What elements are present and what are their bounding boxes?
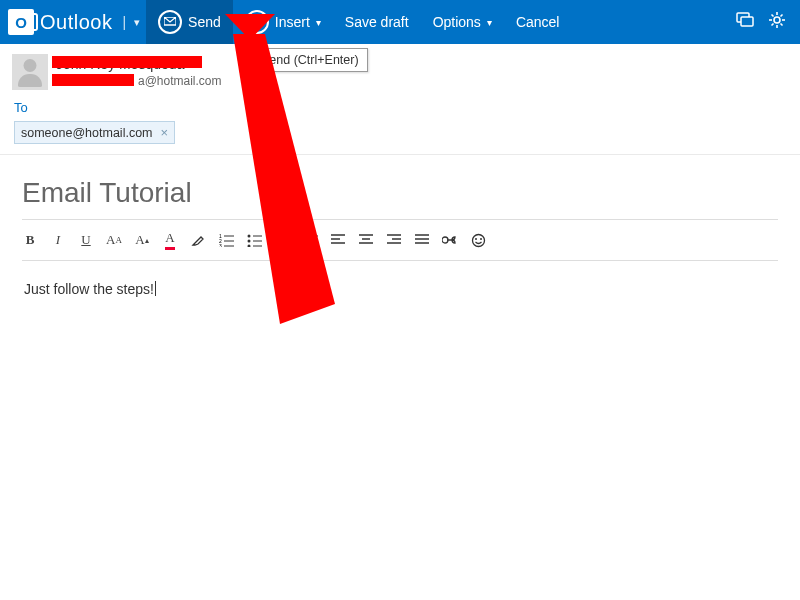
format-toolbar: B I U AA A▴ A 123 [22,220,778,261]
subject-input[interactable] [22,173,778,220]
link-button[interactable] [442,235,458,245]
svg-point-41 [472,234,484,246]
font-size-down-button[interactable]: A▴ [134,232,150,248]
numbered-list-button[interactable]: 123 [218,234,234,247]
align-right-button[interactable] [386,234,402,246]
gear-icon[interactable] [768,11,786,33]
send-label: Send [188,14,221,30]
italic-button[interactable]: I [50,232,66,248]
cancel-button[interactable]: Cancel [504,0,572,44]
text-cursor [155,281,156,296]
svg-line-9 [772,24,774,26]
bullet-list-button[interactable] [246,234,262,247]
svg-rect-1 [741,17,753,26]
sender-name: John Rey Mosqueda [56,55,222,73]
svg-point-18 [247,239,250,242]
svg-point-2 [774,17,780,23]
save-draft-button[interactable]: Save draft [333,0,421,44]
to-section: To someone@hotmail.com × [0,94,800,155]
send-button[interactable]: Send [146,0,233,44]
chevron-down-icon: ▾ [487,17,492,28]
avatar [12,54,48,90]
options-button[interactable]: Options ▾ [421,0,504,44]
chat-icon[interactable] [736,12,754,32]
chevron-down-icon: ▾ [316,17,321,28]
svg-line-8 [781,24,783,26]
remove-recipient-icon[interactable]: × [161,125,169,140]
brand-separator: | [122,14,126,30]
svg-line-10 [781,15,783,17]
highlight-button[interactable] [190,233,206,247]
compose-area: B I U AA A▴ A 123 [0,155,800,461]
message-body[interactable]: Just follow the steps! [22,261,778,461]
svg-point-17 [247,234,250,237]
recipient-chip[interactable]: someone@hotmail.com × [14,121,175,144]
sender-row: John Rey Mosqueda a@hotmail.com [0,44,800,94]
font-size-up-button[interactable]: AA [106,232,122,248]
save-draft-label: Save draft [345,14,409,30]
svg-point-43 [480,238,482,240]
insert-button[interactable]: Insert ▾ [233,0,333,44]
align-left-button[interactable] [330,234,346,246]
brand-name: Outlook [40,11,112,34]
recipient-address: someone@hotmail.com [21,126,153,140]
svg-point-19 [247,244,250,247]
align-center-button[interactable] [358,234,374,246]
increase-indent-button[interactable] [274,234,290,247]
bold-button[interactable]: B [22,232,38,248]
options-label: Options [433,14,481,30]
insert-label: Insert [275,14,310,30]
to-label[interactable]: To [14,100,28,115]
justify-button[interactable] [414,234,430,246]
chevron-down-icon[interactable]: ▾ [134,16,140,29]
top-right-icons [736,11,800,33]
send-icon [158,10,182,34]
font-color-button[interactable]: A [162,230,178,250]
svg-line-7 [772,15,774,17]
emoji-button[interactable] [470,233,486,248]
attachment-icon [245,10,269,34]
decrease-indent-button[interactable] [302,234,318,247]
body-text: Just follow the steps! [24,281,154,297]
top-toolbar: O Outlook | ▾ Send Insert ▾ Save draft O… [0,0,800,44]
brand[interactable]: O Outlook | ▾ [0,0,146,44]
underline-button[interactable]: U [78,232,94,248]
svg-point-42 [475,238,477,240]
cancel-label: Cancel [516,14,560,30]
svg-text:3: 3 [219,243,222,247]
outlook-logo-icon: O [8,9,34,35]
sender-email: a@hotmail.com [56,73,222,90]
send-tooltip: Send (Ctrl+Enter) [252,48,368,72]
